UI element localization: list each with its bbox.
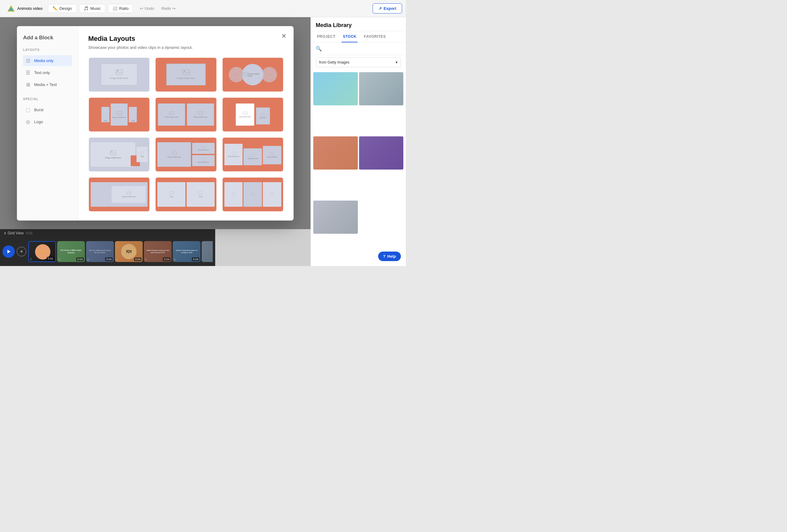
sidebar-item-media-only[interactable]: ⊡ Media only (23, 55, 72, 66)
layout-card-9[interactable]: Drag media here Drag build here Drag bui… (222, 137, 284, 172)
timeline-clip-3[interactable]: but I've called Austin home for our hous… (86, 241, 114, 262)
layout-preview-12 (222, 178, 283, 211)
circle-right (262, 67, 277, 82)
sidebar-item-burst[interactable]: ⬚ Burst (23, 105, 72, 115)
undo-button[interactable]: ↩ Undo (137, 4, 157, 13)
help-button[interactable]: ? Help (378, 251, 401, 261)
media-placeholder-1: Drag media here (101, 64, 137, 86)
logo-label-menu: Logo (34, 119, 43, 124)
close-button[interactable]: ✕ (279, 31, 289, 41)
media-thumb-5[interactable] (313, 201, 358, 234)
svg-rect-16 (141, 152, 144, 154)
text-only-label: Text only (34, 70, 50, 75)
redo-button[interactable]: Redo ↪ (158, 4, 178, 13)
layout-card-12[interactable] (222, 177, 284, 212)
svg-point-15 (111, 151, 112, 152)
music-button[interactable]: 🎵 Music (79, 4, 105, 13)
media-thumb-3[interactable] (313, 136, 358, 170)
media-dropdown[interactable]: from Getty Images ▾ (316, 58, 401, 67)
export-button[interactable]: ↗ Export (373, 3, 402, 14)
layout-card-7[interactable]: Drag media here Drag (88, 137, 150, 172)
design-label: Design (59, 6, 72, 11)
ratio-button[interactable]: ⬜ Ratio (108, 4, 133, 13)
layout-preview-6: Drag media here Drag here (222, 98, 283, 131)
layout-preview-11: Drag Drag (155, 178, 216, 211)
toolbar: Animoto video ✏️ Design 🎵 Music ⬜ Ratio … (0, 0, 406, 17)
ratio-icon: ⬜ (112, 6, 118, 11)
media-library-tabs: PROJECT STOCK FAVORITES (311, 31, 406, 43)
layout-9-a: Drag media here (225, 144, 243, 165)
layout-card-4[interactable]: Drag Drag media here Drag (88, 97, 150, 132)
timeline-clip-2[interactable]: I'm from a little town mouse 0:04 2 (57, 241, 85, 262)
layout-6-right: Drag here (256, 108, 270, 125)
timeline-clips: 😊 0:02 1 I'm from a little town mouse 0:… (28, 241, 213, 262)
tab-favorites[interactable]: FAVORITES (362, 31, 387, 42)
export-label: Export (384, 6, 396, 11)
timeline-clip-4[interactable]: 🍽 0:04 4 (115, 241, 143, 262)
media-thumb-4[interactable] (359, 136, 404, 170)
modal-overlay[interactable]: ✕ Add a Block LAYOUTS ⊡ Media only ☰ Tex… (0, 17, 311, 229)
logo-label: Animoto video (17, 6, 42, 11)
layouts-section-label: LAYOUTS (23, 48, 72, 51)
media-only-icon: ⊡ (25, 58, 31, 64)
layout-card-6[interactable]: Drag media here Drag here (222, 97, 284, 132)
design-icon: ✏️ (52, 6, 58, 11)
media-placeholder-2: Drag media here (166, 64, 206, 86)
layout-4-left: Drag (102, 107, 109, 122)
add-clip-button[interactable]: + (17, 247, 26, 257)
clip-5-text: called Austin home for the past Seven 0.… (145, 249, 170, 254)
clip-6-duration: 0:04 (192, 258, 199, 261)
modal-title: Media Layouts (88, 35, 284, 43)
layout-card-1[interactable]: Drag media here (88, 57, 150, 92)
svg-point-6 (184, 70, 185, 71)
music-label: Music (90, 6, 101, 11)
timeline-clip-5[interactable]: called Austin home for the past Seven 0.… (144, 241, 172, 262)
music-icon: 🎵 (84, 6, 88, 11)
tab-stock[interactable]: STOCK (342, 31, 358, 42)
layout-5-left: Drag media here (158, 104, 185, 126)
clip-4-number: 4 (116, 258, 118, 261)
layout-card-2[interactable]: Drag media here (155, 57, 217, 92)
sidebar-item-media-text[interactable]: ⊞ Media + Text (23, 79, 72, 90)
layout-9-c: Drag build here (263, 146, 281, 164)
burst-icon: ⬚ (25, 107, 31, 113)
chevron-up-icon: ∧ (4, 231, 6, 235)
time-display: 0:31 (26, 231, 33, 235)
modal-sidebar: Add a Block LAYOUTS ⊡ Media only ☰ Text … (17, 26, 78, 221)
redo-icon: ↪ (172, 6, 175, 11)
tab-project[interactable]: PROJECT (316, 31, 337, 42)
timeline-clip-7[interactable]: 📚 🔍 (202, 241, 213, 262)
modal-content: Media Layouts Showcase your photos and v… (78, 26, 294, 221)
svg-rect-19 (202, 158, 205, 161)
chevron-down-icon: ▾ (396, 60, 398, 65)
layout-card-5[interactable]: Drag media here Drag media here (155, 97, 217, 132)
layout-8-col: Drag media here Drag media here (192, 143, 215, 166)
layout-card-11[interactable]: Drag Drag (155, 177, 217, 212)
timeline: ∧ Grid View 0:31 + 😊 0:02 (0, 229, 215, 266)
layout-preview-8: Drag media here Drag media here (155, 138, 216, 171)
design-button[interactable]: ✏️ Design (48, 4, 76, 13)
sidebar-item-logo[interactable]: ◎ Logo (23, 116, 72, 127)
layout-card-3[interactable]: Drag media here (222, 57, 284, 92)
clip-2-duration: 0:04 (76, 258, 84, 261)
clip-4-duration: 0:04 (134, 258, 142, 261)
media-thumb-2[interactable] (359, 72, 404, 105)
timeline-clip-6[interactable]: where I had first taste of octopus 0.04 … (173, 241, 200, 262)
layout-7-side: Drag (136, 147, 148, 162)
logo-button[interactable]: Animoto video (4, 2, 45, 15)
layout-4-center: Drag media here (111, 104, 128, 126)
play-button[interactable] (2, 245, 15, 258)
layout-preview-7: Drag media here Drag (89, 138, 149, 171)
layout-preview-1: Drag media here (89, 58, 149, 91)
media-library-panel: Media Library PROJECT STOCK FAVORITES 🔍 … (311, 17, 406, 266)
timeline-clip-1[interactable]: 😊 0:02 1 (28, 241, 56, 262)
grid-view-toggle[interactable]: ∧ Grid View (4, 231, 24, 235)
undo-label: Undo (145, 6, 154, 11)
layout-card-10[interactable]: Drag media here (88, 177, 150, 212)
layout-7-main: Drag media here (91, 142, 135, 167)
sidebar-item-text-only[interactable]: ☰ Text only (23, 67, 72, 78)
special-section-label: SPECIAL (23, 97, 72, 101)
clip-3-text: but I've called Austin home for our hous… (88, 249, 112, 254)
layout-card-8[interactable]: Drag media here Drag media here (155, 137, 217, 172)
media-thumb-1[interactable] (313, 72, 358, 105)
